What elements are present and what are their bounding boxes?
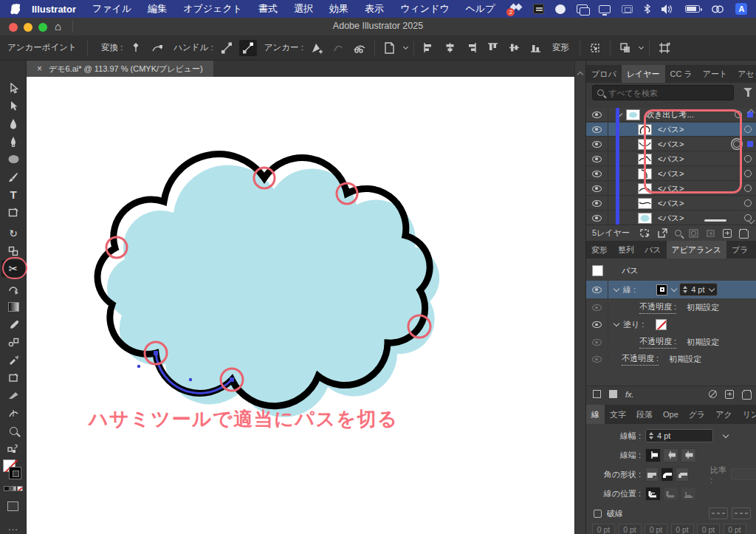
zoom-tool[interactable] [1, 422, 25, 439]
artboard-canvas[interactable]: ハサミツールで適当にパスを切る [27, 77, 574, 534]
rotate-tool[interactable] [1, 225, 25, 242]
visibility-eye-icon[interactable] [592, 287, 602, 293]
layer-row[interactable]: <パス> [586, 196, 756, 210]
symbol-sprayer-tool[interactable] [1, 352, 25, 369]
stroke-weight-value[interactable]: 4 pt [691, 285, 704, 294]
apple-icon[interactable] [10, 4, 20, 15]
chevron-down-icon[interactable] [709, 286, 715, 292]
layer-thumbnail[interactable] [638, 154, 652, 165]
layer-row[interactable]: <パス> [586, 167, 756, 181]
tab-paragraph[interactable]: 段落 [631, 405, 658, 424]
dashed-line-checkbox[interactable] [594, 510, 602, 518]
align-center-h-icon[interactable] [441, 40, 459, 56]
join-bevel-icon[interactable] [676, 468, 689, 482]
chevron-down-icon[interactable] [614, 321, 619, 326]
stroke-weight-stepper[interactable]: 4 pt [679, 283, 718, 296]
add-anchor-icon[interactable] [308, 40, 326, 56]
chevron-down-icon[interactable] [616, 110, 622, 116]
layer-name[interactable]: <パス> [658, 213, 744, 224]
menu-view[interactable]: 表示 [365, 2, 384, 16]
visibility-eye-icon[interactable] [592, 304, 602, 311]
window-switcher-icon[interactable] [622, 5, 633, 13]
handoff-icon[interactable] [711, 5, 724, 13]
stepper-arrows-icon[interactable] [683, 286, 687, 293]
target-icon[interactable] [744, 170, 752, 177]
new-sublayer-icon[interactable] [706, 229, 715, 238]
stroke-attribute-row[interactable]: 線 : 4 pt [586, 281, 756, 298]
tab-assets[interactable]: アセッ [732, 65, 756, 83]
opacity-label[interactable]: 不透明度 : [639, 301, 676, 314]
visibility-eye-icon[interactable] [592, 185, 602, 192]
layer-thumbnail[interactable] [626, 109, 640, 120]
document-tab[interactable]: × デモ6.ai* @ 113.97 % (CMYK/プレビュー) [27, 61, 213, 77]
locate-object-icon[interactable] [675, 230, 681, 236]
menu-select[interactable]: 選択 [294, 2, 313, 16]
menu-file[interactable]: ファイル [92, 2, 131, 16]
target-icon[interactable] [733, 140, 740, 148]
visibility-eye-icon[interactable] [592, 126, 602, 133]
tab-brushes[interactable]: プラ [726, 241, 754, 259]
visibility-eye-icon[interactable] [592, 321, 602, 328]
paintbrush-tool[interactable] [1, 168, 25, 185]
delete-layer-icon[interactable] [739, 229, 747, 238]
new-layer-icon[interactable] [723, 229, 732, 238]
search-field[interactable] [608, 89, 712, 97]
layer-row[interactable]: 吹き出し考... [586, 108, 756, 122]
tab-cc-libraries[interactable]: CC ラ [665, 65, 698, 83]
tab-links[interactable]: リン [738, 405, 756, 424]
stroke-opacity-row[interactable]: 不透明度 : 初期設定 [586, 300, 756, 315]
shape-builder-tool[interactable] [1, 281, 25, 298]
scale-tool[interactable] [1, 242, 25, 259]
type-tool[interactable] [1, 186, 25, 203]
dashed-line-label[interactable]: 破線 [607, 508, 623, 519]
selection-tool[interactable] [1, 80, 25, 97]
layer-thumbnail[interactable] [638, 213, 652, 224]
visibility-eye-icon[interactable] [592, 200, 602, 207]
layer-name[interactable]: <パス> [658, 198, 744, 209]
target-icon[interactable] [744, 126, 752, 133]
opacity-label[interactable]: 不透明度 : [639, 336, 676, 349]
target-icon[interactable] [744, 155, 752, 162]
document-setup-icon[interactable] [381, 40, 399, 56]
none-button[interactable] [17, 486, 23, 491]
stroke-color-swatch[interactable] [656, 284, 667, 295]
gradient-tool[interactable] [1, 298, 25, 315]
layer-row[interactable]: <パス> [586, 152, 756, 166]
duplicate-item-icon[interactable] [725, 390, 734, 399]
artboard-icon[interactable] [656, 40, 673, 56]
layer-row[interactable]: <パス> [586, 211, 756, 225]
convert-corner-icon[interactable] [127, 40, 145, 56]
remove-anchor-icon[interactable] [329, 40, 347, 56]
dash-field[interactable]: 0 pt [724, 524, 746, 534]
tab-gradient[interactable]: グラ [684, 405, 711, 424]
tab-transform[interactable]: 変形 [586, 241, 613, 259]
visibility-eye-icon[interactable] [592, 339, 602, 346]
dash-preserve-icon[interactable] [709, 507, 728, 519]
tab-align[interactable]: 整列 [613, 241, 639, 259]
visibility-eye-icon[interactable] [592, 215, 602, 222]
curvature-tool[interactable] [1, 133, 25, 150]
scroll-up-icon[interactable] [577, 72, 583, 78]
layer-thumbnail[interactable] [638, 198, 652, 209]
layer-name[interactable]: <パス> [658, 154, 744, 165]
tab-actions[interactable]: アク [710, 405, 738, 424]
cap-projecting-icon[interactable] [681, 448, 696, 462]
cloud-shape[interactable] [97, 154, 439, 417]
layer-name[interactable]: <パス> [658, 183, 744, 194]
layer-thumbnail[interactable] [638, 168, 652, 179]
menu-object[interactable]: オブジェクト [183, 2, 242, 16]
dash-field[interactable]: 0 pt [619, 524, 642, 534]
clear-appearance-icon[interactable] [709, 390, 717, 398]
stroke-width-stepper[interactable]: 4 pt [645, 429, 713, 442]
layer-name[interactable]: 吹き出し考... [646, 109, 735, 120]
make-mask-icon[interactable] [689, 229, 698, 238]
align-middle-v-icon[interactable] [506, 40, 523, 56]
align-left-icon[interactable] [420, 40, 438, 56]
color-mode-buttons[interactable] [4, 486, 23, 491]
stroke-align-inside-icon[interactable] [663, 487, 678, 501]
opacity-label[interactable]: 不透明度 : [622, 353, 659, 366]
menu-window[interactable]: ウィンドウ [400, 2, 450, 16]
artboard-tool[interactable] [1, 369, 25, 386]
new-stroke-icon[interactable] [593, 390, 601, 398]
visibility-eye-icon[interactable] [592, 156, 602, 162]
